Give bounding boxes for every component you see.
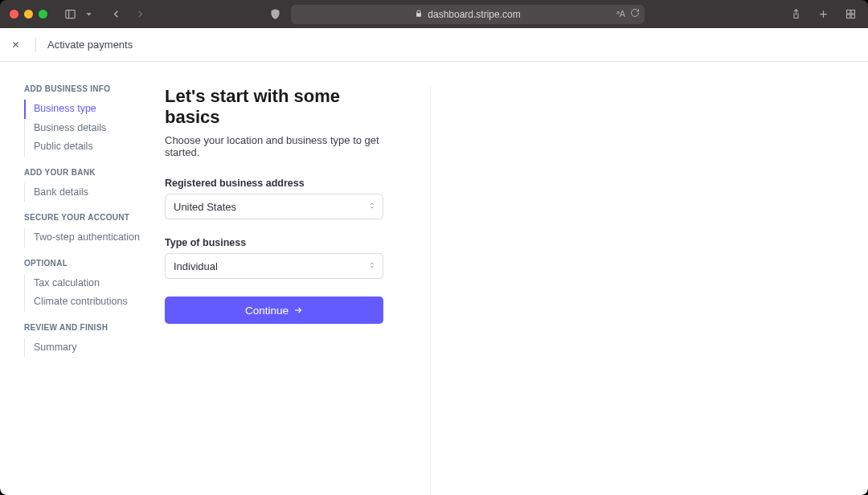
page-content: Activate payments ADD BUSINESS INFOBusin…: [0, 28, 868, 495]
main-panel: Let's start with some basics Choose your…: [165, 62, 868, 495]
business-type-select[interactable]: Individual: [165, 253, 383, 279]
preview-pane: [430, 86, 868, 495]
sidebar-item[interactable]: Bank details: [24, 183, 165, 202]
sidebar-item[interactable]: Tax calculation: [24, 274, 165, 293]
sidebar-item[interactable]: Climate contributions: [24, 292, 165, 312]
sidebar-section-title: ADD YOUR BANK: [24, 168, 165, 177]
chevron-updown-icon: [368, 260, 376, 273]
close-window-button[interactable]: [10, 10, 18, 18]
url-text: dashboard.stripe.com: [428, 9, 520, 20]
share-icon[interactable]: [788, 6, 804, 22]
sidebar-item[interactable]: Two-step authentication: [24, 228, 165, 248]
privacy-shield-icon[interactable]: [267, 6, 283, 22]
forward-button[interactable]: [132, 6, 148, 22]
svg-rect-0: [65, 10, 74, 18]
reload-icon[interactable]: [630, 8, 640, 20]
sidebar-section-title: ADD BUSINESS INFO: [24, 84, 165, 93]
divider: [35, 38, 36, 52]
continue-button[interactable]: Continue: [165, 297, 383, 324]
page-title: Activate payments: [47, 39, 133, 51]
address-select[interactable]: United States: [165, 194, 383, 219]
svg-rect-5: [851, 10, 854, 14]
svg-rect-7: [851, 14, 854, 18]
arrow-right-icon: [293, 305, 303, 315]
business-type-label: Type of business: [165, 237, 383, 248]
translate-icon[interactable]: ᵃA: [616, 9, 625, 19]
browser-toolbar: dashboard.stripe.com ᵃA: [0, 0, 868, 28]
sidebar-section-title: REVIEW AND FINISH: [24, 323, 165, 332]
continue-button-label: Continue: [245, 305, 289, 317]
lock-icon: [415, 10, 423, 19]
sidebar-item[interactable]: Business details: [24, 119, 165, 138]
browser-window: dashboard.stripe.com ᵃA: [0, 0, 868, 495]
new-tab-icon[interactable]: [815, 6, 831, 22]
sidebar-section-title: SECURE YOUR ACCOUNT: [24, 213, 165, 222]
address-label: Registered business address: [165, 178, 383, 189]
minimize-window-button[interactable]: [24, 10, 33, 18]
maximize-window-button[interactable]: [39, 10, 47, 18]
close-icon[interactable]: [11, 39, 24, 51]
back-button[interactable]: [108, 6, 124, 22]
progress-sidebar: ADD BUSINESS INFOBusiness typeBusiness d…: [0, 62, 165, 495]
sidebar-item[interactable]: Summary: [24, 338, 165, 358]
sidebar-item[interactable]: Business type: [24, 100, 165, 119]
sidebar-toggle-icon[interactable]: [62, 6, 78, 22]
tab-dropdown-icon[interactable]: [80, 6, 96, 22]
form-heading: Let's start with some basics: [165, 86, 383, 128]
sidebar-section-title: OPTIONAL: [24, 259, 165, 268]
chevron-updown-icon: [368, 200, 376, 214]
address-bar[interactable]: dashboard.stripe.com ᵃA: [291, 5, 645, 24]
page-header: Activate payments: [0, 28, 868, 62]
form-subheading: Choose your location and business type t…: [165, 134, 383, 158]
business-type-select-value: Individual: [174, 260, 218, 272]
tabs-overview-icon[interactable]: [842, 6, 858, 22]
svg-rect-4: [846, 10, 850, 14]
svg-rect-6: [846, 14, 850, 18]
sidebar-item[interactable]: Public details: [24, 137, 165, 157]
window-controls: [10, 10, 47, 18]
address-select-value: United States: [174, 201, 236, 213]
